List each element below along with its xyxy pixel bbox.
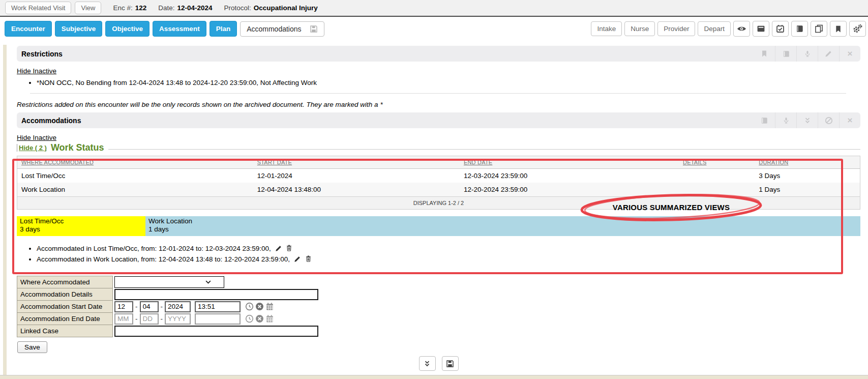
clock-icon[interactable] bbox=[245, 302, 254, 311]
calendar-picker-icon[interactable] bbox=[265, 302, 274, 311]
archive-box-icon[interactable] bbox=[753, 21, 769, 37]
restriction-item: *NON OCC, No Bending from 12-04-2024 13:… bbox=[37, 79, 860, 86]
tab-accommodations-active[interactable]: Accommodations bbox=[240, 21, 324, 37]
bookmark-icon[interactable] bbox=[830, 21, 847, 37]
book-icon[interactable] bbox=[775, 46, 796, 62]
table-row[interactable]: Work Location 12-04-2024 13:48:00 12-20-… bbox=[17, 183, 860, 197]
col-start-date: START DATE bbox=[253, 156, 460, 169]
end-time-input[interactable] bbox=[195, 313, 241, 325]
work-related-visit-button[interactable]: Work Related Visit bbox=[5, 2, 71, 14]
close-icon[interactable]: × bbox=[839, 46, 860, 62]
restrictions-section: Restrictions × Hide Inactive *NON OCC, N… bbox=[17, 46, 860, 108]
linked-case-input[interactable] bbox=[114, 326, 318, 337]
entry-text: Accommodated in Work Location, from: 12-… bbox=[37, 255, 290, 263]
clear-circle-icon[interactable] bbox=[255, 302, 264, 311]
accommodations-header-actions: × bbox=[754, 112, 860, 128]
accommodations-title: Accommodations bbox=[21, 116, 81, 125]
date-field: Date: 12-04-2024 bbox=[158, 4, 212, 12]
summary-bar-label: Lost Time/Occ bbox=[20, 217, 142, 225]
end-month-input[interactable] bbox=[114, 313, 133, 325]
pencil-icon[interactable] bbox=[275, 245, 282, 253]
clock-icon[interactable] bbox=[245, 314, 254, 323]
cell-duration: 1 Days bbox=[755, 183, 860, 197]
main-content: Restrictions × Hide Inactive *NON OCC, N… bbox=[0, 41, 868, 371]
start-time-input[interactable] bbox=[195, 301, 241, 312]
tab-accommodations-label: Accommodations bbox=[247, 25, 301, 33]
summary-bar-work-location: Work Location 1 days bbox=[145, 216, 860, 236]
end-day-input[interactable] bbox=[140, 313, 159, 325]
cell-start: 12-04-2024 13:48:00 bbox=[253, 183, 460, 197]
col-duration-label[interactable]: DURATION bbox=[759, 159, 788, 165]
clear-circle-icon[interactable] bbox=[255, 314, 264, 323]
start-month-input[interactable] bbox=[114, 301, 133, 312]
restrictions-divider bbox=[30, 93, 846, 94]
summary-bar-label: Work Location bbox=[148, 217, 857, 225]
entry-text: Accommodated in Lost Time/Occ, from: 12-… bbox=[37, 245, 271, 252]
microphone-icon[interactable] bbox=[775, 112, 796, 128]
cell-details bbox=[679, 183, 755, 197]
summary-bar-duration: 1 days bbox=[148, 225, 857, 234]
book-icon[interactable] bbox=[791, 21, 808, 37]
depart-button[interactable]: Depart bbox=[698, 21, 731, 36]
tab-assessment[interactable]: Assessment bbox=[153, 21, 206, 37]
double-chevron-down-icon[interactable] bbox=[796, 112, 818, 128]
pencil-icon[interactable] bbox=[294, 255, 301, 264]
col-end-date-label[interactable]: END DATE bbox=[464, 159, 492, 165]
trash-icon[interactable] bbox=[286, 244, 292, 253]
save-button[interactable]: Save bbox=[17, 341, 47, 353]
view-button[interactable]: View bbox=[75, 2, 101, 14]
trash-icon[interactable] bbox=[305, 255, 312, 264]
pencil-icon[interactable] bbox=[818, 46, 839, 62]
cell-where: Work Location bbox=[17, 183, 253, 197]
table-row[interactable]: Lost Time/Occ 12-01-2024 12-03-2024 23:5… bbox=[17, 169, 860, 183]
protocol-label: Protocol: bbox=[224, 4, 251, 12]
encounter-number-field: Enc #: 122 bbox=[113, 4, 146, 12]
protocol-value: Occupational Injury bbox=[254, 4, 318, 12]
no-entry-icon[interactable] bbox=[818, 112, 839, 128]
tab-plan[interactable]: Plan bbox=[209, 21, 237, 37]
col-end-date: END DATE bbox=[460, 156, 679, 169]
cell-where: Lost Time/Occ bbox=[17, 169, 253, 183]
bookmark-icon[interactable] bbox=[754, 46, 775, 62]
book-icon[interactable] bbox=[754, 112, 775, 128]
cell-details bbox=[679, 169, 755, 183]
double-chevron-down-icon[interactable] bbox=[419, 356, 436, 371]
accommodation-details-input[interactable] bbox=[114, 289, 318, 300]
calendar-check-icon[interactable] bbox=[772, 21, 789, 37]
accommodations-header: Accommodations × bbox=[17, 112, 860, 128]
date-separator: - bbox=[135, 315, 138, 323]
enc-label: Enc #: bbox=[113, 4, 132, 12]
start-day-input[interactable] bbox=[140, 301, 159, 312]
provider-button[interactable]: Provider bbox=[657, 21, 695, 36]
col-duration: DURATION bbox=[755, 156, 860, 169]
protocol-field: Protocol: Occupational Injury bbox=[224, 4, 318, 12]
start-year-input[interactable] bbox=[165, 301, 191, 312]
calendar-picker-icon[interactable] bbox=[265, 314, 274, 323]
date-separator: - bbox=[161, 315, 163, 323]
col-details-label[interactable]: DETAILS bbox=[683, 159, 706, 165]
tab-subjective[interactable]: Subjective bbox=[55, 21, 103, 37]
col-start-date-label[interactable]: START DATE bbox=[257, 159, 292, 165]
copy-pages-icon[interactable] bbox=[811, 21, 827, 37]
work-status-hide-link[interactable]: Hide ( 2 ) bbox=[17, 144, 47, 152]
work-status-table: WHERE ACCOMMODATED START DATE END DATE D… bbox=[17, 156, 860, 210]
restrictions-title: Restrictions bbox=[21, 50, 63, 58]
close-icon[interactable]: × bbox=[839, 112, 860, 128]
nurse-button[interactable]: Nurse bbox=[624, 21, 655, 36]
work-status-rule bbox=[108, 149, 860, 150]
settings-gears-icon[interactable] bbox=[849, 21, 866, 37]
col-where-accommodated-label[interactable]: WHERE ACCOMMODATED bbox=[21, 159, 94, 165]
restrictions-hide-inactive-link[interactable]: Hide Inactive bbox=[17, 67, 56, 75]
accommodations-hide-inactive-link[interactable]: Hide Inactive bbox=[17, 134, 56, 141]
save-floppy-icon[interactable] bbox=[442, 356, 459, 371]
eye-icon[interactable] bbox=[733, 21, 750, 37]
end-year-input[interactable] bbox=[165, 313, 191, 325]
enc-value: 122 bbox=[135, 4, 147, 12]
microphone-icon[interactable] bbox=[796, 46, 818, 62]
summary-bar-duration: 3 days bbox=[20, 225, 142, 234]
intake-button[interactable]: Intake bbox=[591, 21, 622, 36]
tab-encounter[interactable]: Encounter bbox=[5, 21, 52, 37]
tab-objective[interactable]: Objective bbox=[105, 21, 149, 37]
where-accommodated-select[interactable] bbox=[114, 276, 224, 288]
table-footer-row: DISPLAYING 1-2 / 2 bbox=[17, 197, 860, 210]
